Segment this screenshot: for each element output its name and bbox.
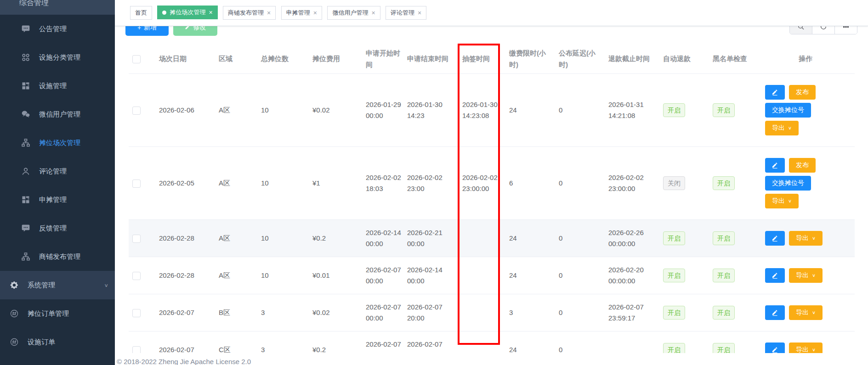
cell-apply-start-time: 2026-01-29 00:00 [366, 99, 407, 121]
auto-refund-tag: 开启 [663, 269, 685, 282]
edit-button[interactable] [765, 85, 785, 100]
edit-button[interactable] [765, 158, 785, 173]
table-row: 2026-02-05 A区 10 ¥1 2026-02-02 18:03 202… [129, 147, 855, 220]
blacklist-check-tag: 开启 [713, 176, 735, 190]
export-button[interactable]: 导出 ∨ [789, 231, 823, 246]
footer: © 2018-2022 Zheng Jie Apache License 2.0 [115, 353, 868, 365]
sidebar-item-collapsed-top[interactable]: 综合管理 [0, 0, 115, 15]
cell-pay-time-limit: 3 [509, 307, 559, 318]
cell-publish-delay: 0 [559, 178, 608, 189]
sidebar-item-label: 综合管理 [19, 0, 49, 8]
sidebar-item[interactable]: 微信用户管理 ∨ [0, 100, 115, 129]
cell-refund-deadline: 2026-01-31 14:21:08 [608, 99, 660, 121]
tab-item[interactable]: 首页 × [130, 6, 152, 20]
cell-publish-delay: 0 [559, 233, 608, 244]
sidebar-item-icon [21, 252, 31, 262]
sidebar-item[interactable]: 摊位订单管理 ∨ [0, 299, 115, 328]
cell-apply-end-time: 2026-01-30 14:23 [407, 99, 458, 121]
close-icon[interactable]: × [209, 9, 212, 16]
chevron-down-icon: ∨ [812, 273, 816, 278]
sidebar-item[interactable]: 评论管理 ∨ [0, 157, 115, 185]
cell-publish-delay: 0 [559, 307, 608, 318]
row-actions: 发布 交换摊位号 导出 ∨ [765, 305, 846, 320]
publish-button[interactable]: 发布 [789, 85, 816, 100]
auto-refund-tag: 开启 [663, 231, 685, 245]
tab-item[interactable]: 摊位场次管理 × [157, 6, 217, 19]
tab-item[interactable]: 微信用户管理 × [327, 6, 380, 20]
blacklist-check-tag: 开启 [713, 269, 735, 282]
sidebar-item-label: 摊位订单管理 [28, 309, 69, 318]
cell-total-stalls: 10 [261, 105, 312, 116]
row-checkbox[interactable] [132, 107, 141, 115]
cell-lottery-time: 2026-01-30 14:23:08 [458, 99, 509, 121]
chevron-down-icon: ∨ [812, 347, 816, 352]
edit-button[interactable] [765, 268, 785, 283]
cell-session-date: 2026-02-06 [159, 105, 219, 116]
cell-total-stalls: 10 [261, 233, 312, 244]
select-all-checkbox[interactable] [132, 55, 141, 63]
cell-session-date: 2026-02-28 [159, 233, 219, 244]
sidebar-item-icon [21, 52, 31, 62]
tab-item[interactable]: 申摊管理 × [281, 6, 322, 20]
tab-label: 申摊管理 [286, 9, 310, 17]
column-header-apply-start: 申请开始时间 [366, 47, 407, 70]
sidebar-item[interactable]: 申摊管理 ∨ [0, 185, 115, 214]
row-checkbox[interactable] [132, 309, 141, 317]
close-icon[interactable]: × [418, 10, 421, 16]
export-button[interactable]: 导出 ∨ [789, 305, 823, 320]
table-row: 2026-02-06 A区 10 ¥0.02 2026-01-29 00:00 … [129, 74, 855, 147]
cell-area: A区 [219, 178, 261, 189]
table-row: 2026-02-28 A区 10 ¥0.01 2026-02-07 00:00 … [129, 257, 855, 294]
cell-publish-delay: 0 [559, 270, 608, 281]
row-checkbox[interactable] [132, 180, 141, 188]
cell-session-date: 2026-02-28 [159, 270, 219, 281]
sidebar-item-icon [21, 109, 31, 119]
cell-apply-start-time: 2026-02-07 00:00 [366, 264, 407, 286]
column-header-area: 区域 [219, 53, 261, 64]
sidebar-item[interactable]: 设施订单 ∨ [0, 328, 115, 356]
sidebar-item[interactable]: 摊位场次管理 ∨ [0, 129, 115, 157]
edit-button[interactable] [765, 231, 785, 246]
swap-stall-number-button[interactable]: 交换摊位号 [765, 103, 811, 118]
sidebar-item-label: 系统管理 [28, 281, 55, 290]
column-header-auto-refund: 自动退款 [660, 53, 706, 64]
column-header-lottery-time: 抽签时间 [458, 53, 509, 64]
tags-view-bar: 首页 × 摊位场次管理 × 商铺发布管理 × 申摊管理 [115, 0, 868, 26]
sidebar-item[interactable]: 系统管理 ∨ [0, 271, 115, 299]
sidebar-item[interactable]: 设施分类管理 ∨ [0, 43, 115, 72]
cell-apply-start-time: 2026-02-14 00:00 [366, 227, 407, 249]
close-icon[interactable]: × [371, 10, 375, 16]
cell-total-stalls: 10 [261, 178, 312, 189]
tab-item[interactable]: 商铺发布管理 × [223, 6, 276, 20]
cell-pay-time-limit: 6 [509, 178, 559, 189]
cell-lottery-time: 2026-02-02 23:00:00 [458, 172, 509, 194]
row-checkbox[interactable] [132, 235, 141, 243]
edit-button[interactable] [765, 305, 785, 320]
export-button[interactable]: 导出 ∨ [789, 268, 823, 283]
cell-total-stalls: 10 [261, 270, 312, 281]
cell-apply-end-time: 2026-02-21 00:00 [407, 227, 458, 249]
cell-pay-time-limit: 24 [509, 105, 559, 116]
column-header-actions: 操作 [761, 53, 855, 64]
export-button[interactable]: 导出 ∨ [765, 121, 799, 135]
tab-item[interactable]: 评论管理 × [386, 6, 426, 20]
sidebar-item-icon [21, 24, 31, 34]
cell-apply-end-time: 2026-02-07 20:00 [407, 302, 458, 324]
close-icon[interactable]: × [267, 10, 271, 16]
swap-stall-number-button[interactable]: 交换摊位号 [765, 176, 811, 191]
chevron-down-icon: ∨ [788, 198, 792, 203]
sidebar-item-label: 微信用户管理 [39, 110, 80, 119]
auto-refund-tag: 开启 [663, 306, 685, 320]
cell-area: A区 [219, 233, 261, 244]
cell-area: A区 [219, 105, 261, 116]
sidebar-item[interactable]: 公告管理 ∨ [0, 15, 115, 43]
row-actions: 发布 交换摊位号 导出 ∨ [765, 231, 846, 246]
sidebar-item[interactable]: 商铺发布管理 ∨ [0, 242, 115, 271]
close-icon[interactable]: × [313, 10, 317, 16]
export-button[interactable]: 导出 ∨ [765, 194, 799, 208]
row-checkbox[interactable] [132, 272, 141, 280]
cell-apply-end-time: 2026-02-14 00:00 [407, 264, 458, 286]
sidebar-item[interactable]: 反馈管理 ∨ [0, 214, 115, 242]
publish-button[interactable]: 发布 [789, 158, 816, 173]
sidebar-item[interactable]: 设施管理 ∨ [0, 72, 115, 100]
